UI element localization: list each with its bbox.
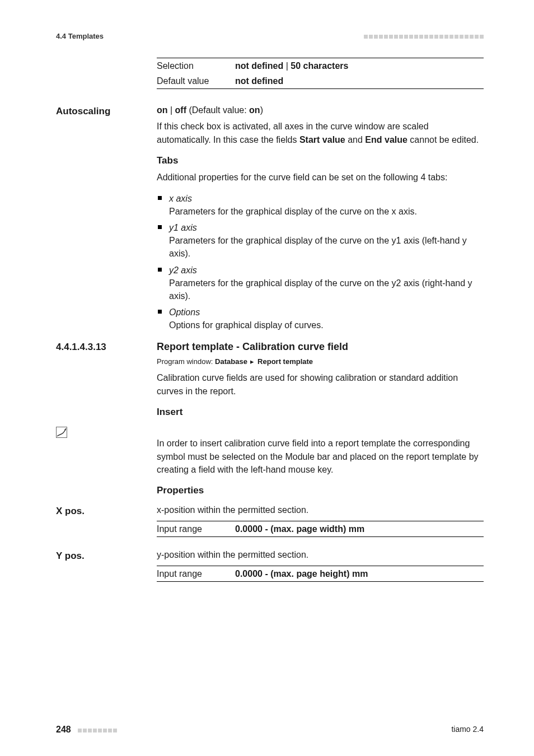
breadcrumb-sep-icon: ▸ [249, 357, 255, 366]
xpos-desc: x-position within the permitted section. [157, 503, 484, 516]
xpos-label: X pos. [56, 503, 151, 519]
table-row: Input range 0.0000 - (max. page height) … [157, 566, 484, 581]
autoscaling-label: Autoscaling [56, 104, 151, 119]
breadcrumb-label: Program window: [157, 357, 215, 366]
tab-desc: Parameters for the graphical display of … [169, 234, 484, 260]
section-intro: Calibration curve fields are used for sh… [157, 371, 484, 397]
running-header: 4.4 Templates [56, 31, 484, 42]
list-item: x axis Parameters for the graphical disp… [157, 192, 484, 218]
selection-defaults-table: Selection not defined | 50 characters De… [157, 58, 484, 89]
header-section-title: Templates [68, 32, 104, 40]
list-item: Options Options for graphical display of… [157, 306, 484, 332]
breadcrumb-part: Report template [257, 357, 313, 366]
ypos-desc: y-position within the permitted section. [157, 548, 484, 561]
ypos-block: Y pos. y-position within the permitted s… [56, 548, 484, 593]
cell-key: Input range [157, 522, 235, 535]
insert-heading: Insert [157, 405, 484, 419]
header-section-number: 4.4 [56, 32, 66, 40]
cell-key: Selection [157, 59, 235, 72]
autoscaling-toggle-line: on | off (Default value: on) [157, 104, 484, 116]
tabs-list: x axis Parameters for the graphical disp… [157, 192, 484, 332]
tab-desc: Parameters for the graphical display of … [169, 205, 484, 218]
tab-desc: Parameters for the graphical display of … [169, 277, 484, 302]
row-default-value: Default value not defined [157, 73, 484, 88]
calibration-section-heading-row: 4.4.1.4.3.13 Report template - Calibrati… [56, 339, 484, 424]
footer-left: 248 [56, 723, 117, 736]
table-row: Input range 0.0000 - (max. page width) m… [157, 521, 484, 536]
breadcrumb-part: Database [215, 357, 247, 366]
cell-value: 0.0000 - (max. page width) mm [235, 522, 484, 535]
tab-desc: Options for graphical display of curves. [169, 319, 484, 332]
xpos-block: X pos. x-position within the permitted s… [56, 503, 484, 548]
autoscaling-block: Autoscaling on | off (Default value: on)… [56, 104, 484, 339]
cell-value: not defined | 50 characters [235, 59, 484, 72]
selection-defaults-row: Selection not defined | 50 characters De… [56, 58, 484, 104]
insert-icon-row: In order to insert calibration curve fie… [56, 424, 484, 503]
cell-key: Input range [157, 567, 235, 580]
footer-decoration-icon [78, 729, 117, 732]
properties-heading: Properties [157, 484, 484, 498]
page-footer: 248 tiamo 2.4 [56, 723, 484, 736]
cell-value: 0.0000 - (max. page height) mm [235, 567, 484, 580]
cell-key: Default value [157, 74, 235, 87]
tab-term: Options [169, 307, 200, 317]
section-title: Report template - Calibration curve fiel… [157, 339, 484, 354]
running-header-left: 4.4 Templates [56, 31, 104, 42]
tab-term: y2 axis [169, 265, 197, 275]
ypos-label: Y pos. [56, 548, 151, 563]
page-number: 248 [56, 725, 71, 734]
autoscaling-description: If this check box is activated, all axes… [157, 120, 484, 146]
page: 4.4 Templates Selection not defined | 50… [0, 0, 534, 756]
header-decoration-icon [364, 35, 484, 39]
row-selection: Selection not defined | 50 characters [157, 58, 484, 73]
calibration-curve-icon [56, 427, 67, 438]
breadcrumb: Program window: Database ▸ Report templa… [157, 357, 484, 367]
list-item: y1 axis Parameters for the graphical dis… [157, 221, 484, 260]
footer-doc-title: tiamo 2.4 [451, 724, 484, 735]
xpos-table: Input range 0.0000 - (max. page width) m… [157, 521, 484, 537]
list-item: y2 axis Parameters for the graphical dis… [157, 264, 484, 303]
section-number: 4.4.1.4.3.13 [56, 339, 151, 354]
tab-term: y1 axis [169, 223, 197, 232]
tabs-intro: Additional properties for the curve fiel… [157, 171, 484, 184]
tab-term: x axis [169, 194, 192, 203]
ypos-table: Input range 0.0000 - (max. page height) … [157, 566, 484, 582]
cell-value: not defined [235, 74, 484, 87]
tabs-heading: Tabs [157, 154, 484, 168]
insert-body: In order to insert calibration curve fie… [157, 437, 484, 476]
